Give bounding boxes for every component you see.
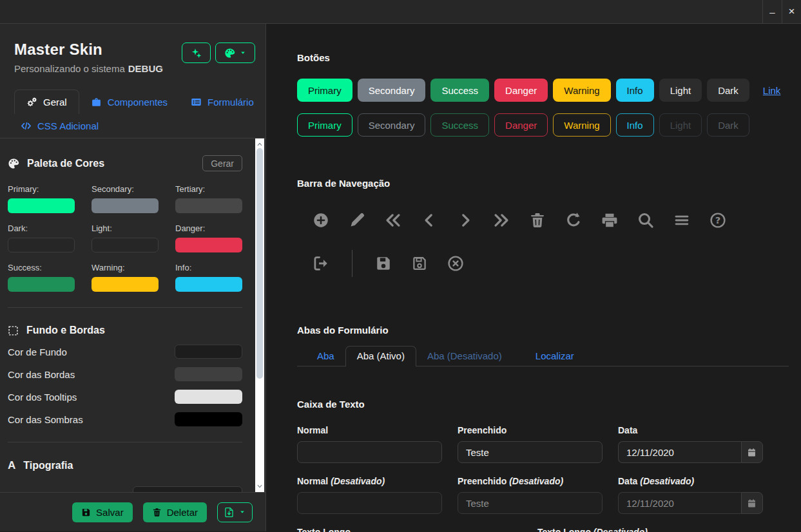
trash-icon: [152, 508, 162, 517]
tab-geral[interactable]: Geral: [14, 90, 79, 114]
primary-color-swatch[interactable]: [8, 198, 75, 213]
tooltip-color-swatch[interactable]: [175, 390, 242, 404]
menu-icon[interactable]: [673, 212, 690, 229]
customization-sidebar: Master Skin Personalizando o sistemaDEBU…: [0, 24, 266, 531]
shadow-color-swatch[interactable]: [175, 412, 242, 426]
danger-color-swatch[interactable]: [175, 238, 242, 252]
export-dropdown-button[interactable]: [217, 502, 253, 522]
success-color-swatch[interactable]: [8, 277, 75, 292]
bg-color-label: Cor de Fundo: [8, 347, 67, 357]
save-button-label: Salvar: [96, 507, 124, 518]
exit-icon[interactable]: [313, 255, 329, 272]
form-tab-localizar[interactable]: Localizar: [525, 347, 585, 366]
normal-input-disabled: [297, 492, 442, 514]
briefcase-icon: [91, 97, 102, 108]
preview-button-primary[interactable]: Primary: [297, 79, 352, 102]
last-record-icon[interactable]: [493, 212, 510, 229]
tab-label: Componentes: [108, 97, 168, 108]
first-record-icon[interactable]: [385, 212, 401, 229]
swatch-label: Danger:: [175, 223, 242, 233]
preview-outline-button-primary[interactable]: Primary: [297, 113, 352, 137]
normal-disabled-label: Normal (Desativado): [297, 476, 442, 486]
font-select[interactable]: Padrão: [133, 486, 242, 492]
dark-color-swatch[interactable]: [8, 238, 75, 252]
secondary-color-swatch[interactable]: [92, 198, 159, 213]
date-disabled-label: Data (Desativado): [618, 476, 763, 486]
theme-palette-dropdown-button[interactable]: [215, 43, 255, 63]
next-record-icon[interactable]: [457, 212, 474, 229]
printer-icon[interactable]: [601, 212, 618, 229]
auto-theme-button[interactable]: [182, 43, 211, 63]
toolbar-divider: [352, 250, 352, 277]
preview-button-info[interactable]: Info: [616, 79, 654, 102]
pencil-icon[interactable]: [349, 212, 365, 229]
palette-icon: [8, 158, 19, 169]
refresh-icon[interactable]: [565, 212, 582, 229]
preview-button-link[interactable]: Link: [755, 79, 789, 102]
cancel-icon[interactable]: [447, 255, 464, 272]
preview-outline-button-warning[interactable]: Warning: [553, 113, 610, 137]
date-input-label: Data: [618, 425, 763, 435]
calendar-button[interactable]: [741, 441, 763, 463]
tab-label: Formulário: [207, 97, 254, 108]
save-button[interactable]: Salvar: [72, 502, 133, 522]
help-icon[interactable]: [709, 212, 726, 229]
minimize-button[interactable]: –: [762, 0, 782, 23]
background-color-swatch[interactable]: [175, 345, 242, 359]
scroll-down-icon[interactable]: [255, 482, 264, 491]
preview-button-danger[interactable]: Danger: [494, 79, 548, 102]
preview-button-success[interactable]: Success: [430, 79, 489, 102]
swatch-label: Dark:: [8, 223, 75, 233]
scroll-up-icon[interactable]: [255, 140, 264, 149]
form-tab-aba[interactable]: Aba: [306, 347, 345, 366]
filled-input[interactable]: [458, 441, 603, 463]
close-button[interactable]: ×: [782, 0, 801, 23]
previous-record-icon[interactable]: [421, 212, 438, 229]
buttons-section-title: Botões: [297, 52, 789, 63]
tab-componentes[interactable]: Componentes: [79, 90, 179, 114]
caret-down-icon: [239, 509, 246, 515]
filled-input-disabled: [458, 492, 603, 514]
calendar-icon: [747, 499, 757, 508]
preview-button-light[interactable]: Light: [659, 79, 702, 102]
card-list-icon: [191, 97, 202, 108]
filled-disabled-label: Preenchido (Desativado): [458, 476, 603, 486]
normal-input[interactable]: [297, 441, 442, 463]
preview-button-secondary[interactable]: Secondary: [358, 79, 426, 102]
preview-outline-button-info[interactable]: Info: [616, 113, 654, 137]
preview-outline-button-secondary[interactable]: Secondary: [358, 113, 426, 137]
form-tabs-row: Aba Aba (Ativo) Aba (Desativado) Localiz…: [297, 346, 789, 366]
light-color-swatch[interactable]: [92, 238, 159, 252]
info-color-swatch[interactable]: [175, 277, 242, 292]
delete-button[interactable]: Deletar: [143, 502, 207, 522]
navbar-icons-row2: [297, 250, 789, 277]
caret-down-icon: [240, 50, 246, 56]
generate-palette-button[interactable]: Gerar: [202, 155, 242, 171]
save-as-icon[interactable]: [411, 255, 428, 272]
subtitle-text: Personalizando o sistema: [14, 63, 125, 74]
warning-color-swatch[interactable]: [92, 277, 159, 292]
trash-icon[interactable]: [529, 212, 546, 229]
form-tab-aba-ativo[interactable]: Aba (Ativo): [345, 346, 416, 366]
search-icon[interactable]: [637, 212, 654, 229]
preview-outline-button-dark[interactable]: Dark: [707, 113, 749, 137]
sidebar-scrollbar[interactable]: [255, 138, 264, 492]
preview-button-warning[interactable]: Warning: [553, 79, 610, 102]
preview-button-dark[interactable]: Dark: [707, 79, 749, 102]
date-input[interactable]: [618, 441, 741, 463]
sidebar-scrollbar-thumb[interactable]: [256, 148, 263, 379]
sidebar-scroll-area: Paleta de Cores Gerar Primary: Secondary…: [0, 138, 265, 492]
palette-section-title: Paleta de Cores: [27, 158, 104, 169]
swatch-label: Tertiary:: [175, 184, 242, 194]
preview-outline-button-success[interactable]: Success: [430, 113, 489, 137]
preview-panel: Botões Primary Secondary Success Danger …: [266, 24, 801, 531]
preview-outline-button-danger[interactable]: Danger: [494, 113, 548, 137]
tertiary-color-swatch[interactable]: [175, 198, 242, 213]
save-icon[interactable]: [375, 255, 392, 272]
add-circle-icon[interactable]: [313, 212, 329, 229]
border-color-swatch[interactable]: [175, 367, 242, 381]
preview-outline-button-light[interactable]: Light: [659, 113, 702, 137]
typography-icon: A: [8, 459, 15, 472]
tab-formulario[interactable]: Formulário: [179, 90, 265, 114]
tab-css-adicional[interactable]: CSS Adicional: [14, 114, 110, 138]
